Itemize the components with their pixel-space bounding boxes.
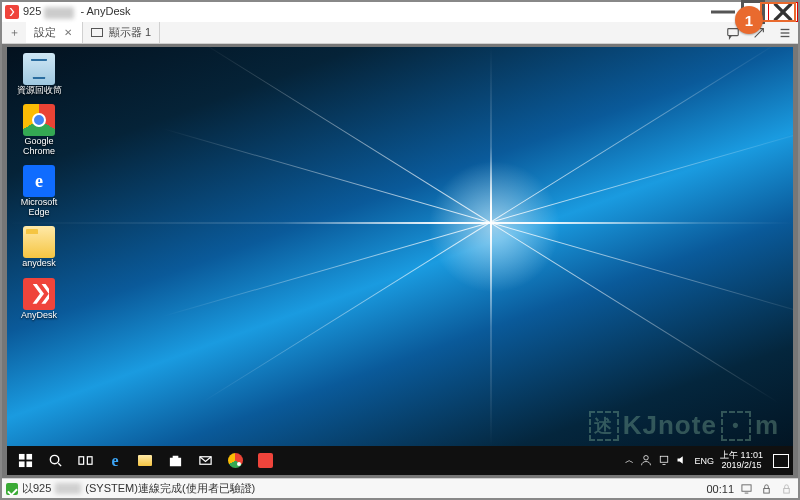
recycle-bin-icon <box>23 53 55 85</box>
tab-bar: ＋ 設定 ✕ 顯示器 1 <box>2 22 798 44</box>
desktop-icon-edge[interactable]: eMicrosoftEdge <box>15 165 63 217</box>
start-button[interactable] <box>11 446 39 475</box>
svg-point-17 <box>644 455 649 460</box>
status-lock2-icon[interactable] <box>778 483 794 494</box>
status-message: (SYSTEM)連線完成(使用者已驗證) <box>85 481 255 496</box>
taskbar-app-explorer[interactable] <box>131 446 159 475</box>
tab-settings[interactable]: 設定 ✕ <box>26 22 83 43</box>
icon-label: MicrosoftEdge <box>21 198 58 217</box>
redacted-id <box>44 7 74 19</box>
taskbar-app-edge[interactable]: e <box>101 446 129 475</box>
svg-rect-22 <box>763 489 769 494</box>
watermark: 述 KJnote • m <box>589 410 779 441</box>
svg-rect-8 <box>18 454 24 460</box>
icon-label: GoogleChrome <box>23 137 55 156</box>
svg-rect-15 <box>87 457 92 465</box>
desktop-icon-recycle-bin[interactable]: 資源回收筒 <box>15 53 63 95</box>
session-id-prefix: 925 <box>23 5 41 17</box>
tray-clock[interactable]: 上午 11:01 2019/2/15 <box>720 451 763 470</box>
search-button[interactable] <box>41 446 69 475</box>
desktop-icon-chrome[interactable]: GoogleChrome <box>15 104 63 156</box>
close-button[interactable] <box>768 2 798 22</box>
svg-point-12 <box>50 455 58 463</box>
icon-label: AnyDesk <box>21 311 57 320</box>
svg-rect-10 <box>18 461 24 467</box>
svg-rect-20 <box>741 485 750 491</box>
svg-rect-18 <box>661 456 669 462</box>
monitor-icon <box>91 28 103 37</box>
watermark-text: KJnote <box>623 410 717 441</box>
status-monitor-icon[interactable] <box>738 483 754 494</box>
icon-label: 資源回收筒 <box>17 86 62 95</box>
status-ok-icon <box>6 483 18 495</box>
tray-chevron-up-icon[interactable]: ︿ <box>625 454 634 467</box>
action-center-icon[interactable] <box>773 454 789 468</box>
taskbar-app-anydesk[interactable] <box>251 446 279 475</box>
anydesk-window: 925 - AnyDesk 1 ＋ 設定 ✕ 顯示器 1 <box>0 0 800 500</box>
folder-icon <box>23 226 55 258</box>
status-lock-icon[interactable] <box>758 483 774 494</box>
svg-rect-23 <box>783 489 789 494</box>
taskbar-app-chrome[interactable] <box>221 446 249 475</box>
chrome-icon <box>23 104 55 136</box>
elapsed-time: 00:11 <box>706 483 734 495</box>
remote-viewport: 資源回收筒 GoogleChrome eMicrosoftEdge anydes… <box>2 44 798 478</box>
taskbar-app-mail[interactable] <box>191 446 219 475</box>
icon-label: anydesk <box>22 259 56 268</box>
desktop-icon-folder[interactable]: anydesk <box>15 226 63 268</box>
annotation-step-badge: 1 <box>735 6 763 34</box>
anydesk-logo-icon <box>5 5 19 19</box>
redacted-id <box>55 483 81 494</box>
tray-date: 2019/2/15 <box>720 461 763 470</box>
svg-line-13 <box>58 463 61 466</box>
tab-display-1[interactable]: 顯示器 1 <box>83 22 160 43</box>
new-tab-button[interactable]: ＋ <box>2 22 26 43</box>
task-view-button[interactable] <box>71 446 99 475</box>
tab-label: 顯示器 1 <box>109 25 151 40</box>
desktop-icons: 資源回收筒 GoogleChrome eMicrosoftEdge anydes… <box>15 53 63 320</box>
minimize-button[interactable] <box>708 2 738 22</box>
tray-people-icon[interactable] <box>640 454 652 468</box>
svg-rect-14 <box>78 457 83 465</box>
svg-rect-11 <box>26 461 32 467</box>
anydesk-icon <box>23 278 55 310</box>
status-prefix: 以925 <box>22 481 51 496</box>
desktop-icon-anydesk[interactable]: AnyDesk <box>15 278 63 320</box>
watermark-logo-icon: 述 <box>589 411 619 441</box>
watermark-text: m <box>755 410 779 441</box>
system-tray[interactable]: ︿ ENG 上午 11:01 2019/2/15 <box>625 451 789 470</box>
window-title: 925 - AnyDesk <box>23 5 131 18</box>
tray-network-icon[interactable] <box>658 454 670 468</box>
tray-volume-icon[interactable] <box>676 454 688 468</box>
svg-rect-4 <box>728 28 739 35</box>
watermark-logo-icon: • <box>721 411 751 441</box>
tab-label: 設定 <box>34 25 56 40</box>
app-name: AnyDesk <box>87 5 131 17</box>
taskbar-app-store[interactable] <box>161 446 189 475</box>
remote-desktop[interactable]: 資源回收筒 GoogleChrome eMicrosoftEdge anydes… <box>7 47 793 475</box>
status-bar: 以925 (SYSTEM)連線完成(使用者已驗證) 00:11 <box>2 478 798 498</box>
remote-taskbar: e ︿ ENG 上午 11:01 2019/2/15 <box>7 446 793 475</box>
svg-rect-9 <box>26 454 32 460</box>
tray-ime[interactable]: ENG <box>694 456 714 466</box>
edge-icon: e <box>23 165 55 197</box>
titlebar: 925 - AnyDesk 1 <box>2 2 798 22</box>
close-tab-icon[interactable]: ✕ <box>62 27 74 38</box>
